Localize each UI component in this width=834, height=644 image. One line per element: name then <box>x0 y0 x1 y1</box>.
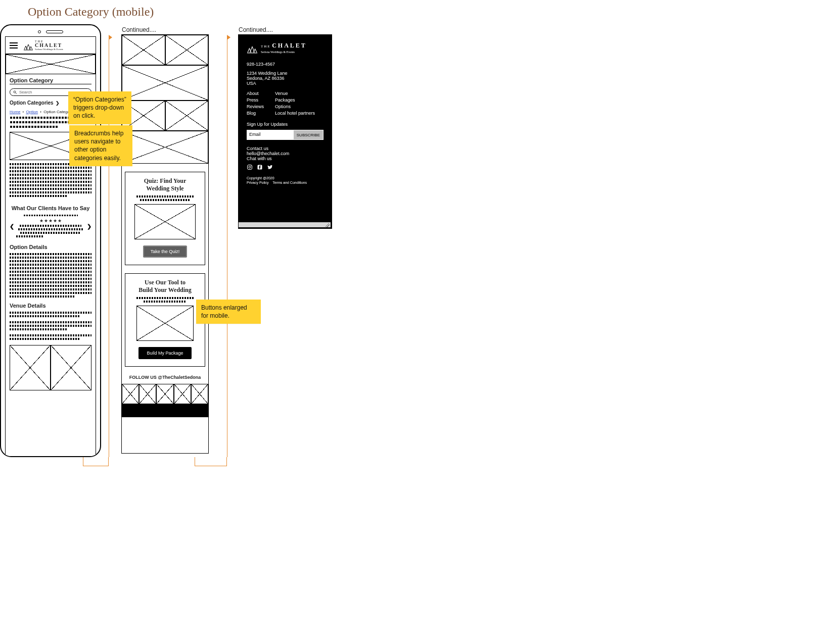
footer-link[interactable]: Reviews <box>247 104 264 109</box>
footer-link[interactable]: About <box>247 91 264 96</box>
testimonial-body <box>16 225 85 237</box>
contact-email[interactable]: hello@thechalet.com <box>247 151 323 156</box>
chat-link[interactable]: Chat with us <box>247 156 323 161</box>
signup-form: Email SUBSCRIBE <box>247 130 323 140</box>
facebook-icon[interactable] <box>257 164 263 170</box>
tool-image-placeholder <box>136 306 194 341</box>
footer-link[interactable]: Venue <box>275 91 315 96</box>
email-placeholder-text: Email <box>249 132 261 137</box>
footer-link[interactable]: Local hotel partners <box>275 111 315 116</box>
image-placeholder <box>122 131 208 164</box>
annotation-breadcrumbs: Breadcrumbs help users navigate to other… <box>69 125 132 166</box>
search-icon <box>13 90 17 94</box>
build-package-button[interactable]: Build My Package <box>138 347 191 359</box>
svg-point-6 <box>251 166 251 166</box>
screen-3: THE CHALET Sedona Weddings & Events 928-… <box>238 34 332 229</box>
footer: THE CHALET Sedona Weddings & Events 928-… <box>239 35 332 228</box>
testimonials-heading: What Our Clients Have to Say <box>10 205 91 211</box>
mobile-frame-1: THE CHALET Sedona Weddings & Events Opti… <box>0 24 101 457</box>
quiz-subcopy <box>129 195 201 201</box>
instagram-icon[interactable] <box>247 164 253 170</box>
arrow-1 <box>109 35 112 40</box>
annotation-buttons: Buttons enlarged for mobile. <box>196 300 261 324</box>
copyright: Copyright @2020 <box>247 176 323 180</box>
contact-us-link[interactable]: Contact us <box>247 146 323 151</box>
carousel-prev[interactable]: ❮ <box>10 223 14 230</box>
footer-phone[interactable]: 928-123-4567 <box>247 62 323 67</box>
logo-icon <box>247 44 258 54</box>
quiz-title-l1: Quiz: Find Your <box>129 177 201 185</box>
brand-name: CHALET <box>272 42 307 49</box>
tool-subcopy <box>129 297 201 303</box>
body-redact-1 <box>10 163 91 197</box>
chevron-right-icon: ❯ <box>56 101 60 106</box>
image-placeholder <box>165 101 209 131</box>
screen-2: Quiz: Find Your Wedding Style Take the Q… <box>121 34 209 454</box>
image-placeholder <box>165 35 209 65</box>
footer-link[interactable]: Options <box>275 104 315 109</box>
signup-heading: Sign Up for Updates <box>247 122 323 127</box>
gallery-two-b <box>122 35 208 65</box>
quiz-card: Quiz: Find Your Wedding Style Take the Q… <box>125 172 205 265</box>
image-placeholder <box>10 345 51 390</box>
arrow-2 <box>227 35 230 40</box>
option-details-heading: Option Details <box>10 244 91 250</box>
stars-icon: ★★★★★ <box>16 218 85 223</box>
breadcrumb-home[interactable]: Home <box>10 110 20 114</box>
follow-us: FOLLOW US @TheChaletSedona <box>122 375 208 380</box>
gallery-two <box>10 345 91 390</box>
camera-dot-icon <box>38 30 41 33</box>
take-quiz-button[interactable]: Take the Quiz! <box>143 245 188 258</box>
image-placeholder <box>156 384 173 404</box>
continued-label-2: Continued.... <box>239 26 273 33</box>
socials <box>247 164 323 170</box>
build-tool-card: Use Our Tool to Build Your Wedding Build… <box>125 273 205 367</box>
brand-the: THE <box>261 44 271 48</box>
brand-text: THE CHALET Sedona Weddings & Events <box>35 40 63 51</box>
connector-2-up <box>227 37 227 457</box>
footer-link[interactable]: Press <box>247 97 264 103</box>
testimonial-carousel: ❮ ★★★★★ ❯ <box>10 214 91 239</box>
hero-image-placeholder <box>6 54 96 74</box>
quiz-title-l2: Wedding Style <box>129 185 201 192</box>
venue-details-heading: Venue Details <box>10 303 91 309</box>
brand-sub: Sedona Weddings & Events <box>35 48 63 51</box>
addr-l2: Sedona, AZ 86336 <box>247 76 323 81</box>
hero-underline <box>10 84 91 84</box>
quiz-image-placeholder <box>134 204 196 239</box>
footer-brand: THE CHALET Sedona Weddings & Events <box>247 42 323 54</box>
option-categories-label: Option Categories <box>10 100 54 106</box>
brand-sub: Sedona Weddings & Events <box>261 51 307 54</box>
footer-start <box>122 404 208 417</box>
tool-title-l1: Use Our Tool to <box>129 279 201 286</box>
gallery-two-c <box>122 101 208 131</box>
option-details-body <box>10 253 91 298</box>
annotation-option-categories: “Option Categories” triggers drop-down o… <box>68 91 131 124</box>
connector-1 <box>83 457 109 466</box>
contact-block: Contact us hello@thechalet.com Chat with… <box>247 146 323 161</box>
terms-link[interactable]: Terms and Conditions <box>272 181 307 184</box>
hero-title: Option Category <box>10 77 91 83</box>
brand-name: CHALET <box>35 43 63 48</box>
image-placeholder <box>51 345 91 390</box>
speaker-icon <box>46 30 63 33</box>
tool-title-l2: Build Your Wedding <box>129 286 201 294</box>
carousel-next[interactable]: ❯ <box>87 223 91 230</box>
instagram-gallery <box>122 384 208 404</box>
app-header: THE CHALET Sedona Weddings & Events <box>6 37 96 54</box>
chevron-right-icon: › <box>40 110 41 114</box>
chevron-right-icon: › <box>23 110 24 114</box>
breadcrumb-option[interactable]: Option <box>26 110 38 114</box>
image-placeholder <box>122 65 208 101</box>
twitter-icon[interactable] <box>267 164 273 170</box>
connector-2 <box>195 457 227 466</box>
footer-link[interactable]: Blog <box>247 111 264 116</box>
menu-icon[interactable] <box>10 42 18 48</box>
image-placeholder <box>139 384 156 404</box>
brand-logo[interactable]: THE CHALET Sedona Weddings & Events <box>24 40 63 51</box>
subscribe-button[interactable]: SUBSCRIBE <box>293 130 323 140</box>
email-field[interactable]: Email <box>247 130 293 140</box>
footer-link[interactable]: Packages <box>275 97 315 103</box>
brand-text: THE CHALET Sedona Weddings & Events <box>261 42 307 54</box>
privacy-link[interactable]: Privacy Policy <box>247 181 269 184</box>
